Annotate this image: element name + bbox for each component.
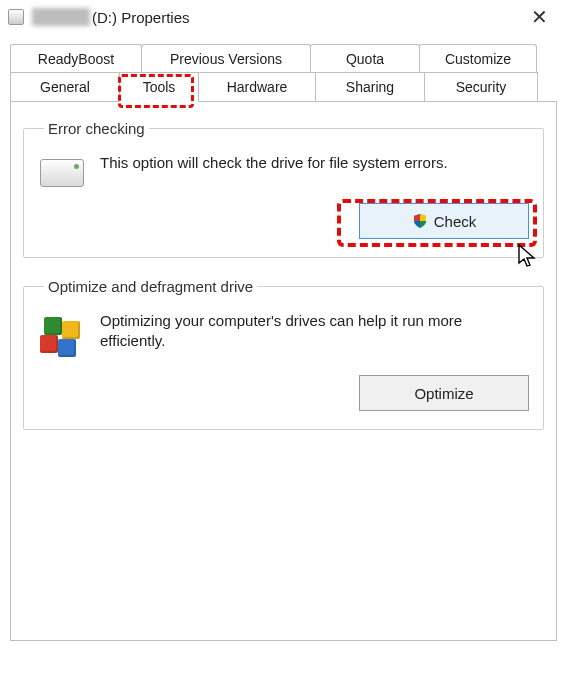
- tab-content-tools: Error checking This option will check th…: [10, 101, 557, 641]
- error-checking-description: This option will check the drive for fil…: [100, 153, 529, 173]
- tab-previous-versions[interactable]: Previous Versions: [141, 44, 311, 73]
- tab-security[interactable]: Security: [424, 72, 538, 102]
- optimize-button-label: Optimize: [414, 385, 473, 402]
- tab-sharing[interactable]: Sharing: [315, 72, 425, 102]
- titlebar: (D:) Properties ✕: [0, 0, 567, 36]
- check-button-label: Check: [434, 213, 477, 230]
- group-optimize: Optimize and defragment drive Optimizing…: [23, 278, 544, 430]
- tab-customize[interactable]: Customize: [419, 44, 537, 73]
- tab-quota[interactable]: Quota: [310, 44, 420, 73]
- check-button[interactable]: Check: [359, 203, 529, 239]
- tabstrip: ReadyBoost Previous Versions Quota Custo…: [10, 44, 557, 102]
- group-error-checking: Error checking This option will check th…: [23, 120, 544, 258]
- tab-readyboost[interactable]: ReadyBoost: [10, 44, 142, 73]
- tab-tools[interactable]: Tools: [119, 72, 199, 102]
- group-legend: Error checking: [44, 120, 149, 137]
- optimize-button[interactable]: Optimize: [359, 375, 529, 411]
- tab-general[interactable]: General: [10, 72, 120, 102]
- drive-label-redacted: [32, 8, 90, 26]
- close-icon: ✕: [531, 5, 548, 29]
- close-button[interactable]: ✕: [519, 3, 559, 31]
- window-title: (D:) Properties: [92, 9, 190, 26]
- drive-icon: [8, 9, 24, 25]
- tab-hardware[interactable]: Hardware: [198, 72, 316, 102]
- optimize-description: Optimizing your computer's drives can he…: [100, 311, 529, 352]
- uac-shield-icon: [412, 213, 428, 229]
- drive-icon: [40, 159, 84, 187]
- defrag-icon: [40, 315, 84, 359]
- cursor-icon: [517, 243, 537, 269]
- group-legend: Optimize and defragment drive: [44, 278, 257, 295]
